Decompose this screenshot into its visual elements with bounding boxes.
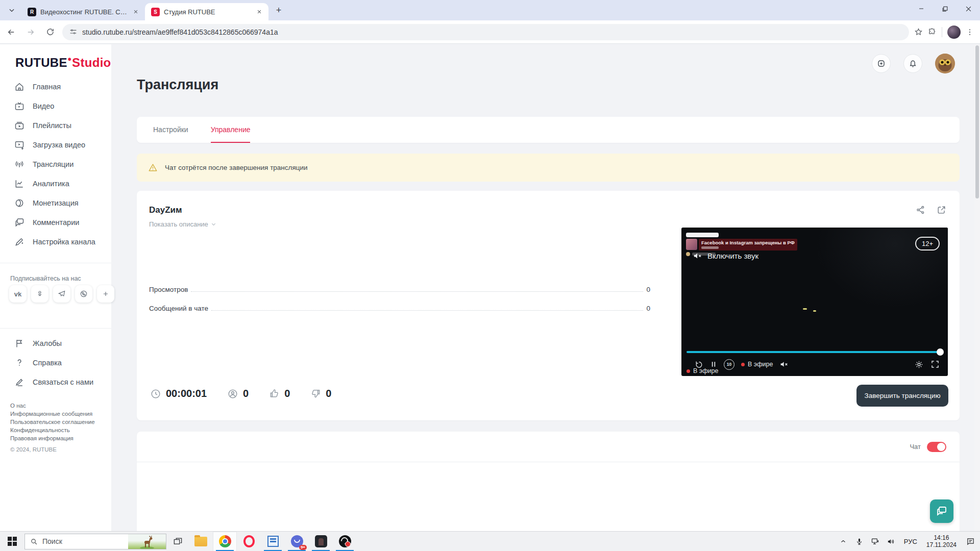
sidebar-item-label: Жалобы [33, 339, 62, 347]
telegram-icon[interactable] [53, 285, 70, 303]
sidebar-item-upload[interactable]: Загрузка видео [0, 135, 111, 155]
logo-dot: • [68, 54, 71, 65]
back-button[interactable] [3, 24, 19, 40]
show-description-label: Показать описание [149, 220, 208, 228]
footer-link-about[interactable]: О нас [10, 402, 95, 410]
open-external-icon[interactable] [937, 205, 946, 215]
share-icon[interactable] [916, 205, 925, 215]
more-social-icon[interactable] [97, 285, 114, 303]
extensions-icon[interactable] [928, 28, 937, 36]
chat-toggle[interactable] [927, 442, 946, 452]
video-player[interactable]: Facebook и Instagram запрещены в РФ [681, 228, 948, 376]
time: 14:16 [926, 534, 957, 541]
forward-button[interactable] [22, 24, 39, 40]
start-button[interactable] [0, 532, 24, 551]
address-bar[interactable]: studio.rutube.ru/stream/ae9ffef841d053c8… [62, 24, 909, 40]
taskbar-app-discord[interactable]: 9+ [285, 532, 309, 551]
sidebar-item-playlists[interactable]: Плейлисты [0, 116, 111, 135]
seek-knob[interactable] [937, 348, 944, 356]
magic-pencil-icon [14, 237, 24, 247]
close-tab-icon[interactable] [132, 8, 140, 16]
sidebar-item-reports[interactable]: Жалобы [0, 334, 111, 353]
sidebar-item-monetization[interactable]: Монетизация [0, 193, 111, 213]
tab-settings[interactable]: Настройки [153, 117, 188, 143]
sidebar: RUTUBE•Studio Главная Видео Плейлисты З [0, 44, 111, 531]
language-indicator[interactable]: РУС [899, 538, 922, 545]
end-stream-button[interactable]: Завершить трансляцию [856, 385, 948, 407]
taskbar-app-game[interactable] [309, 532, 333, 551]
taskbar-app-chrome[interactable] [213, 532, 237, 551]
search-icon [30, 538, 38, 545]
search-highlight-deer-image[interactable] [128, 534, 166, 549]
taskbar-search[interactable]: Поиск [24, 534, 166, 549]
overlay-pill [686, 233, 719, 237]
footer-link-news[interactable]: Информационные сообщения [10, 410, 95, 418]
pause-icon[interactable] [710, 360, 717, 368]
unmute-button[interactable]: Включить звук [693, 251, 758, 261]
taskbar-app-window[interactable] [261, 532, 285, 551]
scrollbar[interactable] [974, 44, 980, 531]
tab-control[interactable]: Управление [211, 117, 251, 143]
sidebar-item-streams[interactable]: Трансляции [0, 155, 111, 174]
volume-icon[interactable] [883, 532, 899, 551]
tab-search-icon[interactable] [4, 3, 19, 18]
chat-widget-button[interactable] [930, 499, 953, 523]
ok-icon[interactable] [31, 285, 48, 303]
mute-icon[interactable] [779, 360, 789, 369]
overlay-dot [686, 252, 690, 256]
sidebar-nav: Главная Видео Плейлисты Загрузка видео Т… [0, 77, 111, 252]
clock-icon [150, 388, 161, 399]
settings-gear-icon[interactable] [914, 360, 924, 369]
thumb-down-icon [310, 388, 321, 399]
tab-title: Студия RUTUBE [164, 8, 251, 16]
footer-link-legal[interactable]: Правовая информация [10, 434, 95, 442]
sidebar-item-help[interactable]: Справка [0, 353, 111, 372]
browser-tab-studio[interactable]: S Студия RUTUBE [145, 3, 268, 20]
taskbar-app-explorer[interactable] [189, 532, 213, 551]
microphone-icon[interactable] [851, 532, 867, 551]
taskbar-app-obs[interactable] [333, 532, 357, 551]
rewind-10-icon[interactable]: 10 [724, 359, 734, 370]
close-tab-icon[interactable] [255, 8, 263, 16]
browser-profile-avatar[interactable] [947, 26, 961, 39]
window-controls [910, 0, 980, 17]
footer-link-terms[interactable]: Пользовательское соглашение [10, 418, 95, 426]
close-window-button[interactable] [957, 0, 980, 17]
minimize-button[interactable] [910, 0, 933, 17]
sidebar-item-analytics[interactable]: Аналитика [0, 174, 111, 193]
task-view-button[interactable] [166, 532, 189, 551]
clock[interactable]: 14:16 17.11.2024 [922, 534, 961, 548]
taskbar-app-opera[interactable] [237, 532, 261, 551]
bookmark-star-icon[interactable] [914, 28, 923, 36]
reload-button[interactable] [42, 24, 58, 40]
browser-tab-rutube[interactable]: R Видеохостинг RUTUBE. Смотр [21, 3, 145, 20]
seek-bar[interactable] [687, 351, 943, 353]
new-tab-button[interactable]: + [272, 3, 286, 17]
sidebar-item-video[interactable]: Видео [0, 96, 111, 116]
vk-icon[interactable]: vk [9, 285, 27, 303]
sidebar-item-label: Плейлисты [33, 121, 71, 130]
footer-link-privacy[interactable]: Конфиденциальность [10, 426, 95, 434]
fullscreen-icon[interactable] [930, 360, 940, 369]
sidebar-item-contact[interactable]: Связаться с нами [0, 372, 111, 392]
show-description-toggle[interactable]: Показать описание [149, 220, 216, 228]
restore-button[interactable] [933, 0, 957, 17]
sidebar-item-comments[interactable]: Комментарии [0, 213, 111, 232]
copyright: © 2024, RUTUBE [10, 446, 57, 453]
sidebar-item-channel-settings[interactable]: Настройка канала [0, 232, 111, 252]
sidebar-item-home[interactable]: Главная [0, 77, 111, 96]
network-icon[interactable] [867, 532, 883, 551]
action-center-icon[interactable] [961, 532, 980, 551]
rutube-studio-logo[interactable]: RUTUBE•Studio [15, 56, 111, 70]
tab-title: Видеохостинг RUTUBE. Смотр [40, 8, 128, 16]
tray-chevron-up-icon[interactable] [836, 532, 851, 551]
browser-menu-icon[interactable] [966, 28, 974, 36]
opera-icon [243, 535, 255, 547]
video-light [803, 308, 807, 310]
replay-icon[interactable] [695, 360, 703, 369]
divider [0, 328, 111, 329]
viber-icon[interactable] [75, 285, 92, 303]
scrollbar-thumb[interactable] [975, 45, 979, 198]
site-info-icon[interactable] [69, 28, 77, 36]
sidebar-secondary-nav: Жалобы Справка Связаться с нами [0, 334, 111, 392]
